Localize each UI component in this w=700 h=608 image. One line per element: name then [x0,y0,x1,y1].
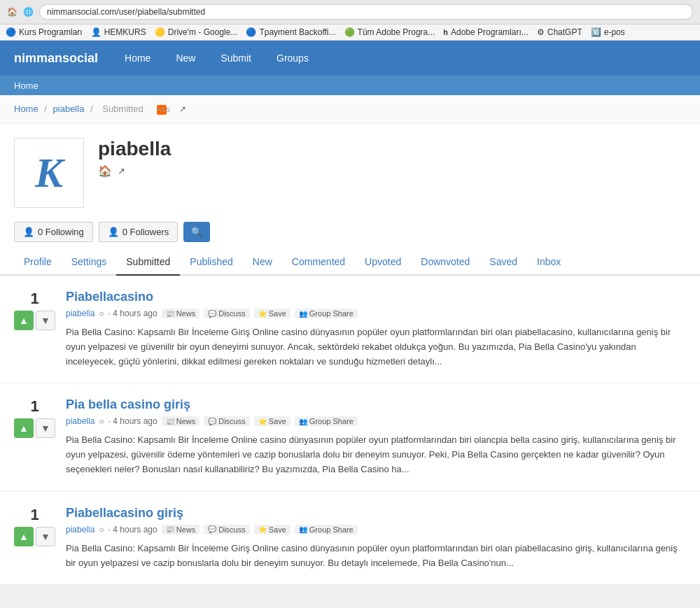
bookmark-hemkurs[interactable]: 👤 HEMKURS [91,27,146,37]
post-author[interactable]: piabella [66,309,94,318]
action-bar: 👤 0 Following 👤 0 Followers 🔍 [0,222,700,249]
tab-bar: Profile Settings Submitted Published New… [0,249,700,276]
nav-submit[interactable]: Submit [215,49,257,67]
post-title[interactable]: Piabellacasino giriş [66,506,686,521]
home-profile-icon[interactable]: 🏠 [98,164,112,178]
post-content: Piabellacasino giriş piabella ○ · 4 hour… [66,506,686,571]
vote-buttons: ▲ ▼ [14,418,55,438]
downvote-button[interactable]: ▼ [36,418,55,438]
tab-downvoted[interactable]: Downvoted [411,249,479,276]
bookmark-icon-drive: 🟡 [155,27,165,37]
post-tag-discuss[interactable]: 💬 Discuss [204,309,250,318]
bookmark-drive[interactable]: 🟡 Drive'm - Google... [155,27,238,37]
tab-inbox[interactable]: Inbox [527,249,570,276]
meta-separator: ○ [99,309,104,318]
downvote-button[interactable]: ▼ [36,311,55,330]
post-author[interactable]: piabella [66,525,94,535]
profile-icons: 🏠 ↗ [98,164,171,178]
bookmark-epos[interactable]: 🔟 e-pos [591,27,625,37]
post-tag-group-share[interactable]: 👥 Group Share [295,309,358,318]
followers-button[interactable]: 👤 0 Followers [99,222,178,242]
vote-buttons: ▲ ▼ [14,527,55,546]
post-tag-news[interactable]: 📰 News [162,309,200,318]
post-meta: piabella ○ · 4 hours ago 📰 News💬 Discuss… [66,525,686,535]
tab-saved[interactable]: Saved [479,249,527,276]
bookmark-tpayment[interactable]: 🔵 Tpayment Backoffi... [246,27,335,37]
post-tag-discuss[interactable]: 💬 Discuss [204,525,250,535]
tab-settings[interactable]: Settings [62,249,117,276]
post-content: Pia bella casino giriş piabella ○ · 4 ho… [66,397,686,476]
post-meta: piabella ○ · 4 hours ago 📰 News💬 Discuss… [66,416,686,426]
post-tag-news[interactable]: 📰 News [162,525,200,535]
post-tag-save[interactable]: ⭐ Save [254,525,290,535]
upvote-button[interactable]: ▲ [14,311,34,330]
post-item: 1 ▲ ▼ Piabellacasino giriş piabella ○ · … [0,492,700,586]
bookmarks-bar: 🔵 Kurs Programları 👤 HEMKURS 🟡 Drive'm -… [0,24,700,41]
upvote-button[interactable]: ▲ [14,418,34,438]
search-button[interactable]: 🔍 [183,222,210,242]
home-bar: Home [0,76,700,95]
post-title[interactable]: Pia bella casino giriş [66,397,686,412]
avatar: K [14,138,84,208]
post-title[interactable]: Piabellacasino [66,290,686,304]
breadcrumb-current: Submitted [102,104,144,114]
post-author[interactable]: piabella [66,416,94,426]
home-bar-link[interactable]: Home [14,80,38,91]
post-time: · 4 hours ago [108,309,158,318]
post-time: · 4 hours ago [108,416,158,426]
breadcrumb-home[interactable]: Home [14,104,38,114]
profile-info: piabella 🏠 ↗ [98,138,171,178]
tab-upvoted[interactable]: Upvoted [355,249,411,276]
bookmark-chatgpt[interactable]: ⚙ ChatGPT [537,27,582,37]
post-tag-group-share[interactable]: 👥 Group Share [295,525,358,535]
followers-icon: 👤 [108,227,119,237]
tab-published[interactable]: Published [180,249,243,276]
post-meta: piabella ○ · 4 hours ago 📰 News💬 Discuss… [66,309,686,318]
site-brand[interactable]: nimmansocial [14,51,98,66]
post-tag-save[interactable]: ⭐ Save [254,416,290,426]
post-item: 1 ▲ ▼ Piabellacasino piabella ○ · 4 hour… [0,276,700,383]
bookmark-icon-epos: 🔟 [591,27,601,37]
avatar-letter: K [35,149,63,197]
post-text: Pia Bella Casino: Kapsamlı Bir İnceleme … [66,433,686,476]
bookmark-adobe-all[interactable]: 🟢 Tüm Adobe Progra... [344,27,435,37]
search-icon: 🔍 [191,227,202,237]
external-profile-icon[interactable]: ↗ [118,166,125,176]
nav-new[interactable]: New [170,49,201,67]
external-link-icon[interactable]: ↗ [179,104,186,114]
vote-section: 1 ▲ ▼ [14,397,55,476]
tab-new[interactable]: New [243,249,282,276]
tab-profile[interactable]: Profile [14,249,62,276]
following-icon: 👤 [23,227,34,237]
following-count: 0 Following [38,227,84,237]
bookmark-icon-adobe-all: 🟢 [344,27,355,37]
post-time: · 4 hours ago [108,525,158,535]
bookmark-adobe[interactable]: h Adobe Programları... [443,27,528,37]
favicon: 🌐 [23,7,34,17]
downvote-button[interactable]: ▼ [36,527,55,546]
post-tag-save[interactable]: ⭐ Save [254,309,290,318]
url-bar[interactable]: nimmansocial.com/user/piabella/submitted [39,4,693,20]
upvote-button[interactable]: ▲ [14,527,34,546]
post-tag-news[interactable]: 📰 News [162,416,200,426]
rss-icon[interactable]: RSS [153,104,173,114]
following-button[interactable]: 👤 0 Following [14,222,93,242]
profile-section: K piabella 🏠 ↗ [0,124,700,222]
tab-submitted[interactable]: Submitted [116,249,180,276]
bookmark-icon-kurs: 🔵 [6,27,16,37]
breadcrumb-user[interactable]: piabella [53,104,85,114]
profile-username: piabella [98,138,171,160]
breadcrumb: Home / piabella / Submitted RSS ↗ [0,95,700,124]
vote-section: 1 ▲ ▼ [14,290,55,369]
post-text: Pia Bella Casino: Kapsamlı Bir İnceleme … [66,542,686,571]
nav-home[interactable]: Home [119,49,156,67]
post-tag-group-share[interactable]: 👥 Group Share [295,416,358,426]
tab-commented[interactable]: Commented [282,249,355,276]
vote-count: 1 [30,506,38,524]
nav-groups[interactable]: Groups [271,49,314,67]
bookmark-kurs[interactable]: 🔵 Kurs Programları [6,27,83,37]
meta-separator: ○ [99,416,104,426]
post-tag-discuss[interactable]: 💬 Discuss [204,416,250,426]
home-icon: 🏠 [7,7,18,17]
vote-buttons: ▲ ▼ [14,311,55,330]
